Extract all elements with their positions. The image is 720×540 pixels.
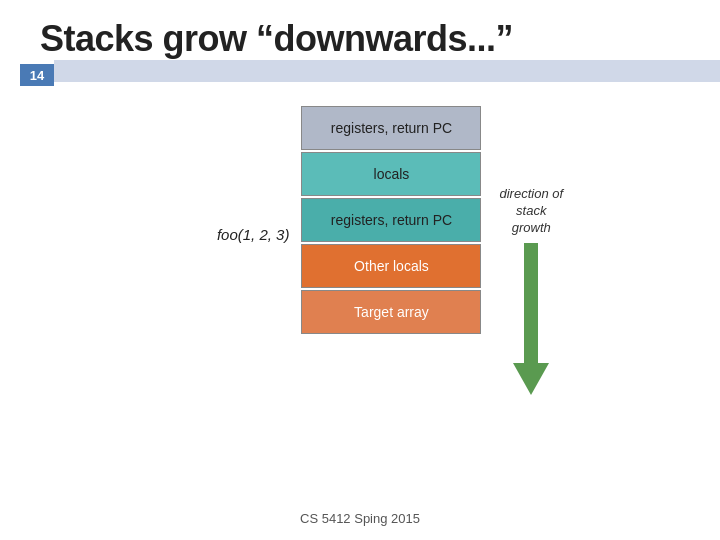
stack-column: registers, return PC locals registers, r… <box>301 106 481 336</box>
box-other-locals: Other locals <box>301 244 481 288</box>
box-locals: locals <box>301 152 481 196</box>
box-registers-return-pc-bottom: registers, return PC <box>301 198 481 242</box>
slide-container: Stacks grow “downwards...” 14 foo(1, 2, … <box>0 0 720 540</box>
slide-title: Stacks grow “downwards...” <box>40 18 680 60</box>
title-area: Stacks grow “downwards...” <box>0 0 720 60</box>
arrow-down-icon <box>513 363 549 395</box>
box-target-array: Target array <box>301 290 481 334</box>
content-area: foo(1, 2, 3) registers, return PC locals… <box>0 106 720 395</box>
footer-text: CS 5412 Sping 2015 <box>300 511 420 526</box>
foo-label: foo(1, 2, 3) <box>217 226 290 243</box>
arrow-area: direction ofstackgrowth <box>499 186 563 395</box>
growth-label: direction ofstackgrowth <box>499 186 563 237</box>
growth-text: direction ofstackgrowth <box>499 186 563 235</box>
arrow-shaft <box>524 243 538 363</box>
slide-number: 14 <box>20 64 54 86</box>
box-registers-return-pc-top: registers, return PC <box>301 106 481 150</box>
